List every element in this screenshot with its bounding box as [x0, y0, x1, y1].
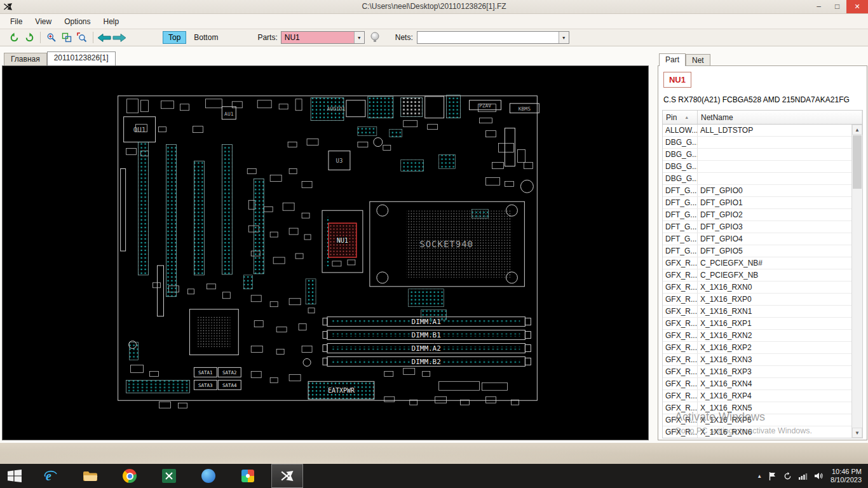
pin-cell: GFX_R... — [663, 426, 698, 438]
rotate-right-button[interactable] — [22, 30, 37, 44]
menu-help[interactable]: Help — [97, 15, 126, 28]
parts-dropdown-icon[interactable]: ▼ — [354, 32, 364, 43]
pin-cell: GFX_R... — [663, 366, 698, 377]
zoom-fit-button[interactable] — [59, 30, 74, 44]
board-label-sata4: SATA4 — [222, 383, 237, 388]
chrome-button[interactable] — [110, 464, 149, 488]
board-component — [299, 324, 306, 330]
zoom-window-button[interactable] — [74, 30, 90, 44]
screen: C:\Users\neel\Desktop\20110123826[1].FZ … — [0, 0, 868, 488]
nets-combobox[interactable]: ▼ — [417, 31, 569, 44]
table-row[interactable]: DBG_G... — [663, 173, 851, 185]
tab-part[interactable]: Part — [659, 53, 686, 66]
table-row[interactable]: GFX_R...X_1X16_RXP4 — [663, 390, 851, 402]
table-row[interactable]: GFX_R...C_PCIEGFX_NB — [663, 269, 851, 281]
table-row[interactable]: GFX_R...X_1X16_RXN4 — [663, 378, 851, 390]
board-component — [295, 254, 303, 259]
table-row[interactable]: DFT_G...DFT_GPIO1 — [663, 197, 851, 209]
table-row[interactable]: DFT_G...DFT_GPIO2 — [663, 209, 851, 221]
maximize-button[interactable]: □ — [828, 0, 846, 13]
tab-glavnaya[interactable]: Главная — [4, 53, 47, 65]
windows-update-icon[interactable] — [783, 472, 792, 480]
table-row[interactable]: DBG_G... — [663, 137, 851, 149]
prev-view-button[interactable] — [97, 30, 112, 44]
table-row[interactable]: DFT_G...DFT_GPIO4 — [663, 233, 851, 245]
taskbar: e ▲ — [0, 464, 868, 488]
board-component — [486, 396, 496, 403]
top-layer-toggle[interactable]: Top — [163, 31, 186, 44]
pin-cell: GFX_R... — [663, 414, 698, 426]
board-component — [302, 346, 312, 353]
menu-options[interactable]: Options — [58, 15, 97, 28]
zoom-in-button[interactable] — [44, 30, 59, 44]
next-view-icon — [112, 33, 126, 43]
pin-cell: GFX_R... — [663, 402, 698, 414]
board-label-audio: AUDIO1 — [327, 106, 346, 112]
board-component — [283, 203, 294, 210]
volume-icon[interactable] — [815, 472, 824, 480]
colorful-app-button[interactable] — [228, 464, 268, 488]
table-row[interactable]: GFX_R...C_PCIEGFX_NB# — [663, 257, 851, 269]
ie-button[interactable]: e — [31, 464, 71, 488]
tray-expand-icon[interactable]: ▲ — [757, 473, 762, 479]
nets-dropdown-icon[interactable]: ▼ — [559, 32, 569, 43]
menu-view[interactable]: View — [29, 15, 58, 28]
table-row[interactable]: GFX_R...X_1X16_RXP2 — [663, 342, 851, 354]
table-row[interactable]: GFX_R...X_1X16_RXP0 — [663, 294, 851, 306]
table-row[interactable]: DFT_G...DFT_GPIO5 — [663, 245, 851, 257]
netname-cell: X_1X16_RXP5 — [698, 414, 851, 426]
tab-net[interactable]: Net — [686, 54, 710, 65]
clock-date: 8/10/2023 — [831, 476, 862, 484]
start-button[interactable] — [0, 464, 29, 488]
menu-file[interactable]: File — [4, 15, 29, 28]
table-row[interactable]: ALLOW...ALL_LDTSTOP — [663, 125, 851, 137]
table-scrollbar[interactable]: ▲ ▼ — [851, 125, 862, 438]
action-center-icon[interactable] — [769, 472, 776, 480]
board-canvas[interactable]: SOCKET940 NU1 DIMM.A1 D — [2, 65, 649, 440]
fz-viewer-button[interactable] — [271, 464, 303, 488]
table-row[interactable]: GFX_R...X_1X16_RXN5 — [663, 402, 851, 414]
excel-button[interactable] — [149, 464, 189, 488]
scroll-down-icon[interactable]: ▼ — [852, 428, 862, 438]
next-view-button[interactable] — [112, 30, 127, 44]
panel-tabs: Part Net — [658, 53, 867, 65]
netname-column-header[interactable]: NetName — [698, 111, 862, 124]
board-component — [141, 100, 149, 112]
table-row[interactable]: GFX_R...X_1X16_RXP5 — [663, 414, 851, 426]
blue-app-button[interactable] — [189, 464, 228, 488]
scroll-up-icon[interactable]: ▲ — [852, 125, 862, 135]
nu1-part[interactable]: NU1 — [322, 210, 363, 273]
network-icon[interactable] — [799, 473, 808, 480]
netname-cell: DFT_GPIO5 — [698, 245, 851, 257]
pin-column-header[interactable]: Pin ▲ — [663, 111, 698, 124]
close-button[interactable]: ✕ — [846, 0, 868, 13]
table-row[interactable]: GFX_R...X_1X16_RXP3 — [663, 366, 851, 378]
board-component — [276, 327, 287, 332]
clock[interactable]: 10:46 PM 8/10/2023 — [831, 468, 862, 484]
table-row[interactable]: GFX_R...X_1X16_RXN0 — [663, 281, 851, 294]
scrollbar-thumb[interactable] — [853, 135, 862, 189]
pin-cell: DFT_G... — [663, 221, 698, 233]
table-row[interactable]: DFT_G...DFT_GPIO3 — [663, 221, 851, 233]
rotate-left-button[interactable] — [6, 30, 22, 44]
board-component — [480, 118, 492, 123]
table-row[interactable]: DBG_G... — [663, 161, 851, 173]
file-explorer-button[interactable] — [71, 464, 110, 488]
parts-combobox[interactable]: NU1 ▼ — [281, 31, 365, 44]
tab-board-file[interactable]: 20110123826[1] — [47, 51, 116, 65]
board-label-ou1: OU1 — [133, 126, 146, 134]
table-row[interactable]: GFX_R...X_1X16_RXN2 — [663, 330, 851, 342]
board-component — [332, 261, 341, 266]
table-row[interactable]: GFX_R...X_1X16_RXN1 — [663, 306, 851, 318]
table-row[interactable]: DFT_G...DFT_GPIO0 — [663, 185, 851, 197]
minimize-button[interactable]: – — [810, 0, 828, 13]
table-row[interactable]: GFX_R...X_1X16_RXN3 — [663, 354, 851, 366]
table-row[interactable]: GFX_R...X_1X16_RXP1 — [663, 318, 851, 330]
table-row[interactable]: DBG_G... — [663, 149, 851, 161]
bottom-layer-toggle[interactable]: Bottom — [189, 32, 223, 43]
desktop[interactable] — [0, 443, 868, 464]
table-row[interactable]: GFX_R...X_1X16_RXN6 — [663, 426, 851, 438]
pin-cell: DFT_G... — [663, 209, 698, 220]
highlight-bulb-button[interactable] — [370, 32, 380, 43]
board-component — [348, 260, 355, 265]
